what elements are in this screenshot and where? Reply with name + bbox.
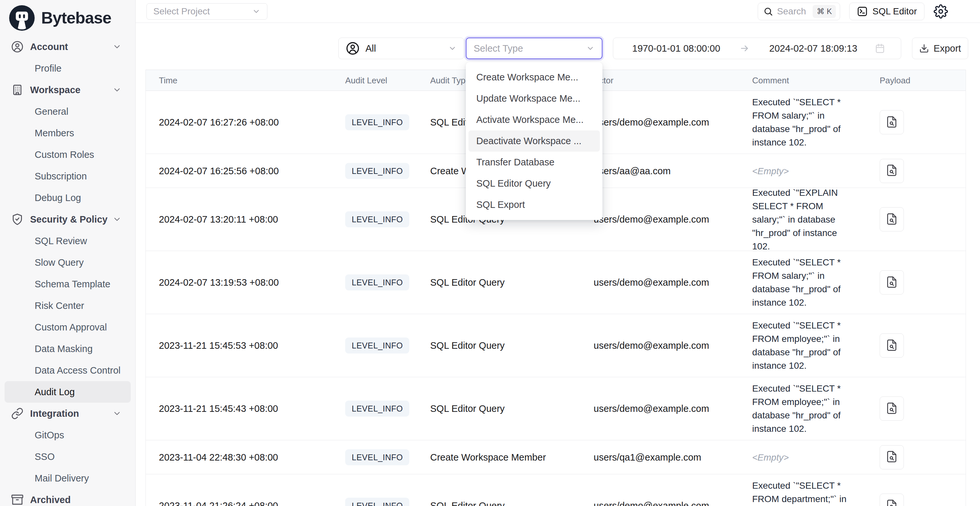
sidebar-item-data-masking[interactable]: Data Masking: [5, 338, 131, 360]
comment-cell: Executed `"SELECT * FROM employee;"` in …: [752, 319, 856, 372]
export-label: Export: [934, 43, 961, 54]
type-option-deactivate-workspace[interactable]: Deactivate Workspace ...: [468, 130, 600, 152]
payload-view-button[interactable]: [880, 271, 904, 294]
sidebar-section-label: Archived: [30, 495, 71, 505]
settings-gear-icon[interactable]: [934, 4, 948, 19]
time-cell: 2024-02-07 16:27:26 +08:00: [159, 117, 279, 128]
type-option-sql-export[interactable]: SQL Export: [468, 194, 600, 215]
chevron-down-icon: [113, 215, 122, 224]
date-range-picker[interactable]: 1970-01-01 08:00:00 2024-02-07 18:09:13: [613, 38, 901, 59]
column-header-time: Time: [159, 75, 178, 85]
payload-view-button[interactable]: [880, 159, 904, 183]
sidebar-item-data-access-control[interactable]: Data Access Control: [5, 360, 131, 381]
chevron-down-icon: [113, 409, 122, 418]
audit-level-cell: LEVEL_INFO: [345, 115, 409, 130]
type-option-transfer-database[interactable]: Transfer Database: [468, 152, 600, 173]
sidebar-item-debug-log[interactable]: Debug Log: [5, 187, 131, 208]
sidebar-item-subscription[interactable]: Subscription: [5, 165, 131, 187]
type-filter-placeholder: Select Type: [474, 43, 586, 54]
audit-level-badge: LEVEL_INFO: [345, 338, 409, 354]
sidebar-item-sso[interactable]: SSO: [5, 446, 131, 468]
sidebar-section-integration[interactable]: Integration: [0, 403, 135, 424]
chevron-down-icon: [586, 44, 595, 53]
date-to-value[interactable]: 2024-02-07 18:09:13: [769, 43, 857, 54]
actor-cell: users/demo@example.com: [593, 340, 709, 351]
user-circle-icon: [346, 41, 360, 55]
sidebar-section-security-policy[interactable]: Security & Policy: [0, 208, 135, 230]
search-input[interactable]: Search ⌘ K: [758, 3, 840, 20]
audit-level-cell: LEVEL_INFO: [345, 163, 409, 179]
sidebar-item-profile[interactable]: Profile: [5, 57, 131, 79]
sql-editor-button[interactable]: SQL Editor: [849, 3, 924, 20]
sidebar-section-workspace[interactable]: Workspace: [0, 79, 135, 101]
actor-cell: users/qa1@example.com: [593, 452, 701, 463]
time-cell: 2024-02-07 13:19:53 +08:00: [159, 277, 279, 288]
type-option-create-workspace-me[interactable]: Create Workspace Me...: [468, 67, 600, 88]
time-cell: 2023-11-21 15:45:43 +08:00: [159, 403, 278, 414]
topbar: Select Project Search ⌘ K SQL Editor DE: [136, 0, 980, 23]
user-avatar[interactable]: DE: [957, 3, 975, 20]
file-search-icon: [886, 450, 898, 464]
comment-cell: Executed `"EXPLAIN SELECT * FROM salary;…: [752, 186, 856, 253]
file-search-icon: [886, 402, 898, 415]
payload-view-button[interactable]: [880, 207, 904, 231]
sidebar-section-account[interactable]: Account: [0, 36, 135, 57]
sidebar-item-general[interactable]: General: [5, 101, 131, 122]
audit-type-cell: SQL Editor Query: [430, 500, 505, 506]
audit-type-cell: SQL Editor Query: [430, 403, 505, 414]
column-header-audit-level: Audit Level: [345, 75, 387, 85]
building-icon: [11, 84, 24, 96]
comment-cell: Executed `"SELECT * FROM salary;"` in da…: [752, 95, 856, 149]
sidebar-item-risk-center[interactable]: Risk Center: [5, 295, 131, 317]
project-select-placeholder: Select Project: [153, 6, 252, 17]
audit-level-badge: LEVEL_INFO: [345, 498, 409, 506]
audit-type-cell: SQL Editor Query: [430, 340, 505, 351]
payload-view-button[interactable]: [880, 445, 904, 469]
type-option-update-workspace-me[interactable]: Update Workspace Me...: [468, 88, 600, 109]
payload-view-button[interactable]: [880, 333, 904, 358]
sidebar-item-custom-roles[interactable]: Custom Roles: [5, 144, 131, 165]
type-option-sql-editor-query[interactable]: SQL Editor Query: [468, 173, 600, 194]
sidebar-item-gitops[interactable]: GitOps: [5, 424, 131, 446]
column-header-comment: Comment: [752, 75, 789, 85]
audit-level-badge: LEVEL_INFO: [345, 401, 409, 417]
download-icon: [919, 43, 929, 53]
file-search-icon: [886, 499, 898, 506]
date-from-value[interactable]: 1970-01-01 08:00:00: [632, 43, 720, 54]
sidebar-item-mail-delivery[interactable]: Mail Delivery: [5, 468, 131, 489]
sidebar-section-label: Workspace: [30, 85, 80, 95]
audit-level-cell: LEVEL_INFO: [345, 338, 409, 354]
file-search-icon: [886, 116, 898, 129]
sidebar-item-members[interactable]: Members: [5, 122, 131, 144]
audit-type-cell: SQL Editor Query: [430, 277, 505, 288]
table-row: 2023-11-04 21:26:24 +08:00LEVEL_INFOSQL …: [146, 474, 966, 506]
actor-filter-select[interactable]: All: [338, 38, 464, 59]
file-search-icon: [886, 339, 898, 352]
sidebar-item-sql-review[interactable]: SQL Review: [5, 230, 131, 252]
sidebar-section-label: Security & Policy: [30, 214, 108, 225]
export-button[interactable]: Export: [912, 38, 968, 59]
time-cell: 2024-02-07 13:20:11 +08:00: [159, 214, 278, 225]
payload-view-button[interactable]: [880, 110, 904, 134]
type-filter-select[interactable]: Select Type: [466, 38, 603, 59]
type-option-activate-workspace-me[interactable]: Activate Workspace Me...: [468, 109, 600, 130]
sidebar-item-slow-query[interactable]: Slow Query: [5, 252, 131, 273]
sidebar-section-label: Integration: [30, 408, 79, 419]
time-cell: 2023-11-21 15:45:53 +08:00: [159, 340, 278, 351]
project-select[interactable]: Select Project: [146, 3, 267, 20]
sidebar-section-archived[interactable]: Archived: [0, 489, 135, 506]
payload-view-button[interactable]: [880, 396, 904, 421]
brand-logo[interactable]: Bytebase: [0, 0, 135, 34]
type-dropdown-menu: Create Workspace Me...Update Workspace M…: [466, 62, 603, 220]
comment-cell: Executed `"SELECT * FROM salary;"` in da…: [752, 256, 856, 309]
sidebar: Bytebase AccountProfileWorkspaceGeneralM…: [0, 0, 136, 506]
audit-level-badge: LEVEL_INFO: [345, 449, 409, 465]
file-search-icon: [886, 276, 898, 289]
sidebar-item-custom-approval[interactable]: Custom Approval: [5, 317, 131, 338]
column-header-payload: Payload: [880, 75, 910, 85]
payload-view-button[interactable]: [880, 493, 904, 506]
sidebar-item-schema-template[interactable]: Schema Template: [5, 273, 131, 295]
arrow-right-icon: [740, 43, 749, 53]
actor-cell: users/demo@example.com: [593, 117, 709, 128]
sidebar-item-audit-log[interactable]: Audit Log: [5, 381, 131, 403]
